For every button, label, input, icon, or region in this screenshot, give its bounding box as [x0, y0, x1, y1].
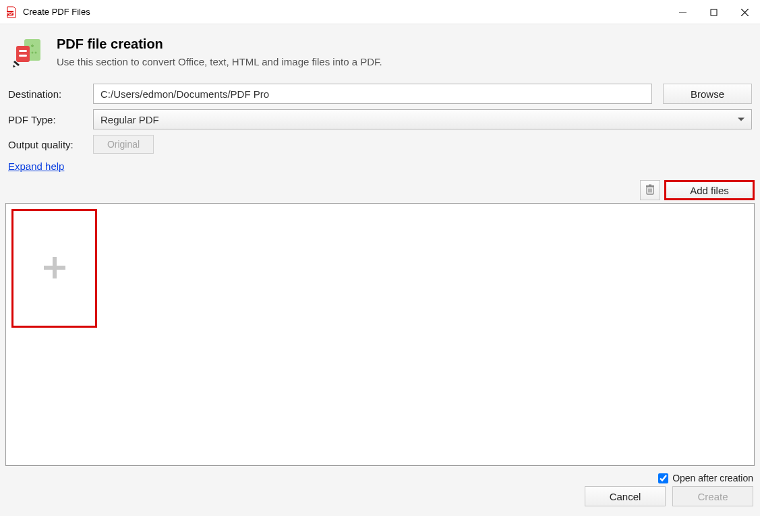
- destination-row: Destination: Browse: [5, 81, 755, 107]
- create-button: Create: [672, 486, 753, 506]
- add-files-button[interactable]: Add files: [664, 180, 755, 200]
- file-list-area: [5, 203, 755, 466]
- svg-rect-13: [19, 50, 27, 52]
- open-after-label: Open after creation: [672, 473, 753, 483]
- svg-rect-22: [44, 266, 65, 270]
- browse-button[interactable]: Browse: [663, 84, 752, 104]
- trash-icon: [645, 184, 655, 197]
- svg-point-10: [32, 52, 34, 54]
- chevron-down-icon: [738, 118, 744, 121]
- pdftype-select[interactable]: Regular PDF: [93, 109, 752, 129]
- destination-label: Destination:: [8, 88, 88, 100]
- svg-rect-20: [649, 184, 651, 185]
- svg-rect-14: [19, 55, 27, 57]
- header-text: PDF file creation Use this section to co…: [57, 36, 382, 67]
- open-after-checkbox-wrap[interactable]: Open after creation: [658, 473, 753, 483]
- svg-rect-12: [16, 46, 30, 62]
- options-row: Open after creation: [5, 466, 755, 486]
- actions-row: Cancel Create: [5, 486, 755, 510]
- header-section: PDF file creation Use this section to co…: [5, 24, 755, 81]
- svg-rect-3: [711, 9, 717, 16]
- pdftype-label: PDF Type:: [8, 114, 88, 125]
- pdftype-value: Regular PDF: [100, 114, 159, 125]
- page-subtitle: Use this section to convert Office, text…: [57, 56, 382, 67]
- plus-icon: [40, 253, 69, 285]
- quality-row: Output quality: Original: [5, 132, 755, 156]
- add-file-thumb[interactable]: [11, 209, 97, 328]
- app-icon: PDF: [5, 6, 18, 18]
- quality-button: Original: [93, 135, 154, 154]
- window-controls: [667, 0, 760, 24]
- svg-rect-19: [646, 185, 654, 187]
- svg-text:PDF: PDF: [7, 11, 13, 15]
- content-area: PDF file creation Use this section to co…: [0, 24, 760, 516]
- minimize-button[interactable]: [667, 0, 698, 24]
- delete-button[interactable]: [640, 180, 660, 200]
- maximize-button[interactable]: [698, 0, 729, 24]
- titlebar: PDF Create PDF Files: [0, 0, 760, 24]
- pdftype-row: PDF Type: Regular PDF: [5, 107, 755, 132]
- open-after-checkbox[interactable]: [658, 473, 668, 483]
- destination-input[interactable]: [93, 84, 652, 104]
- file-toolbar: Add files: [5, 179, 755, 203]
- svg-point-11: [35, 52, 37, 54]
- expand-help-link[interactable]: Expand help: [8, 160, 64, 172]
- close-button[interactable]: [729, 0, 760, 24]
- window-title: Create PDF Files: [23, 7, 667, 17]
- quality-label: Output quality:: [8, 139, 88, 150]
- cancel-button[interactable]: Cancel: [585, 486, 666, 506]
- page-title: PDF file creation: [57, 36, 382, 52]
- header-icon: [12, 36, 45, 69]
